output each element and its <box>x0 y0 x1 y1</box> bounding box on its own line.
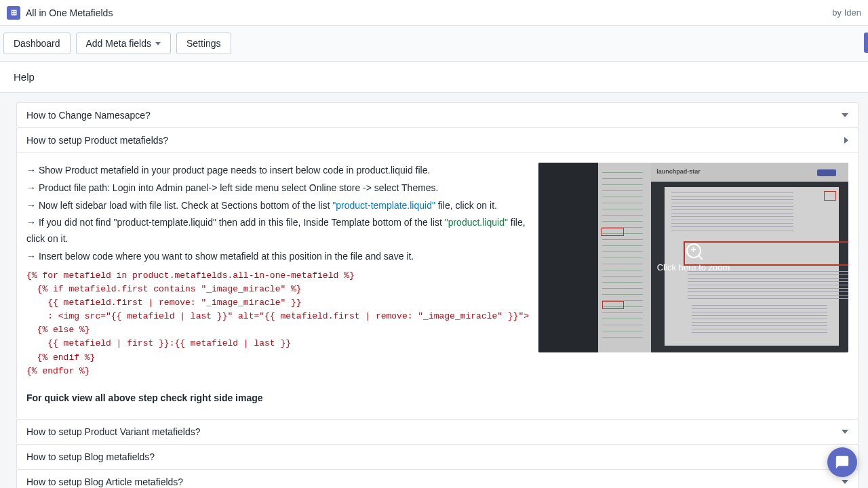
chat-widget-button[interactable] <box>827 447 857 477</box>
add-meta-fields-button[interactable]: Add Meta fields <box>76 33 172 54</box>
app-logo-icon: ⊞ <box>7 6 20 20</box>
link-product-liquid[interactable]: "product.liquid" <box>445 217 508 228</box>
step-4a: If you did not find "product-template.li… <box>26 217 445 228</box>
accordion-header-article[interactable]: How to setup Blog Article metafields? <box>17 470 858 488</box>
step-3: Now left sidebar load with file list. Ch… <box>26 198 529 214</box>
preview-image[interactable]: launchpad-star Click here to zoom <box>538 163 848 352</box>
topbar: ⊞ All in One Metafields by Iden <box>0 0 868 26</box>
preview-overlay: Click here to zoom <box>538 163 848 352</box>
step-3b: file, click on it. <box>435 200 497 211</box>
chevron-down-icon <box>842 480 848 484</box>
toolbar: Dashboard Add Meta fields Settings <box>0 26 868 62</box>
footer-note: For quick view all above step check righ… <box>26 390 529 407</box>
accordion-title: How to setup Product Variant metafields? <box>26 426 201 437</box>
accordion-title: How to Change Namesapce? <box>26 110 151 121</box>
dashboard-button[interactable]: Dashboard <box>3 33 71 54</box>
step-3a: Now left sidebar load with file list. Ch… <box>26 200 332 211</box>
zoom-label: Click here to zoom <box>657 262 730 272</box>
accordion-item-variant: How to setup Product Variant metafields? <box>16 419 859 444</box>
blue-edge-button[interactable] <box>864 33 868 53</box>
caret-down-icon <box>155 42 161 45</box>
step-4: If you did not find "product-template.li… <box>26 215 529 247</box>
accordion-header-product[interactable]: How to setup Product metafields? <box>17 128 858 152</box>
help-heading: Help <box>0 62 868 93</box>
step-2: Product file path: Login into Admin pane… <box>26 180 529 197</box>
accordion-item-namespace: How to Change Namesapce? <box>16 102 859 127</box>
help-accordion: How to Change Namesapce? How to setup Pr… <box>16 102 859 488</box>
settings-button[interactable]: Settings <box>176 33 231 54</box>
accordion-title: How to setup Product metafields? <box>26 135 168 146</box>
chevron-down-icon <box>842 430 848 434</box>
chat-icon <box>835 455 850 470</box>
accordion-title: How to setup Blog metafields? <box>26 451 155 462</box>
app-title: All in One Metafields <box>26 7 832 18</box>
accordion-text: Show Product metafield in your product p… <box>26 163 529 407</box>
code-block: {% for metafield in product.metafields.a… <box>26 269 529 378</box>
step-1: Show Product metafield in your product p… <box>26 163 529 179</box>
accordion-item-article: How to setup Blog Article metafields? <box>16 469 859 488</box>
by-author: by Iden <box>832 7 861 18</box>
accordion-item-blog: How to setup Blog metafields? <box>16 444 859 469</box>
link-product-template[interactable]: "product-template.liquid" <box>332 200 435 211</box>
step-5: Insert below code where you want to show… <box>26 249 529 265</box>
chevron-down-icon <box>842 113 848 117</box>
zoom-icon <box>686 243 701 258</box>
chevron-right-icon <box>844 137 848 144</box>
accordion-item-product: How to setup Product metafields? Show Pr… <box>16 127 859 419</box>
accordion-header-blog[interactable]: How to setup Blog metafields? <box>17 445 858 469</box>
accordion-title: How to setup Blog Article metafields? <box>26 476 183 487</box>
accordion-body-product: Show Product metafield in your product p… <box>17 152 858 419</box>
accordion-header-variant[interactable]: How to setup Product Variant metafields? <box>17 420 858 444</box>
add-meta-label: Add Meta fields <box>86 38 152 49</box>
accordion-header-namespace[interactable]: How to Change Namesapce? <box>17 103 858 127</box>
